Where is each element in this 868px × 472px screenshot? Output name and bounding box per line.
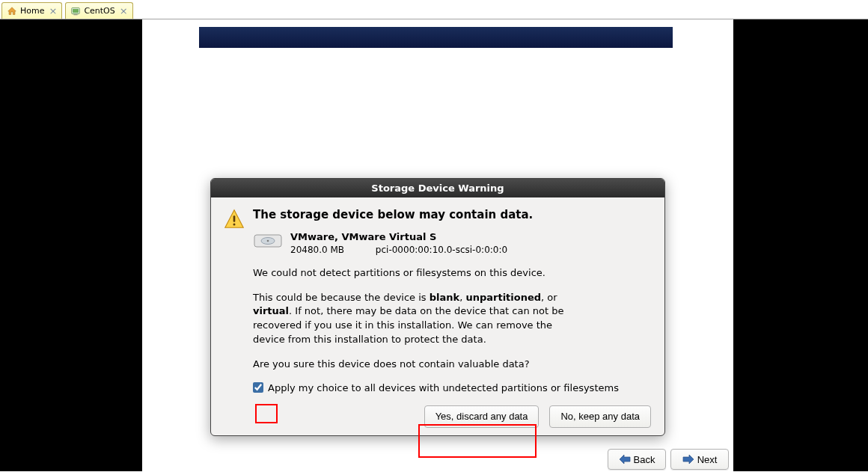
next-button[interactable]: Next (670, 449, 729, 470)
vm-icon (70, 6, 81, 16)
device-name: VMware, VMware Virtual S (290, 230, 507, 244)
svg-rect-3 (233, 215, 236, 221)
checkbox-label: Apply my choice to all devices with unde… (268, 382, 619, 393)
installer-banner (199, 27, 673, 48)
warning-icon (223, 208, 245, 230)
apply-all-checkbox-row[interactable]: Apply my choice to all devices with unde… (253, 382, 652, 393)
tab-home[interactable]: Home × (1, 2, 62, 19)
back-button[interactable]: Back (608, 449, 666, 470)
storage-warning-dialog: Storage Device Warning The storage devic… (210, 178, 665, 436)
button-label: Next (697, 454, 718, 465)
dialog-text-1: We could not detect partitions or filesy… (253, 266, 567, 281)
discard-data-button[interactable]: Yes, discard any data (424, 405, 540, 428)
button-label: Back (634, 454, 655, 465)
device-row: VMware, VMware Virtual S 20480.0 MB pci-… (253, 230, 652, 256)
device-details: 20480.0 MB pci-0000:00:10.0-scsi-0:0:0:0 (290, 244, 507, 256)
dialog-text-2: This could be because the device is blan… (253, 291, 567, 347)
home-icon (7, 6, 17, 16)
tab-label: Home (20, 6, 44, 16)
tab-centos[interactable]: CentOS × (65, 2, 132, 19)
close-icon[interactable]: × (120, 5, 128, 16)
arrow-right-icon (682, 454, 694, 465)
svg-point-7 (267, 240, 269, 242)
keep-data-button[interactable]: No, keep any data (549, 405, 651, 428)
svg-rect-1 (73, 8, 79, 12)
svg-point-4 (233, 224, 236, 226)
disk-icon (253, 230, 283, 251)
apply-all-checkbox[interactable] (253, 382, 263, 393)
close-icon[interactable]: × (49, 5, 57, 16)
tab-label: CentOS (84, 6, 114, 16)
dialog-text-3: Are you sure this device does not contai… (253, 358, 567, 372)
dialog-title: Storage Device Warning (211, 179, 664, 197)
dialog-headline: The storage device below may contain dat… (253, 208, 652, 221)
tab-bar: Home × CentOS × (0, 0, 868, 19)
svg-rect-2 (74, 14, 78, 15)
arrow-left-icon (619, 454, 631, 465)
